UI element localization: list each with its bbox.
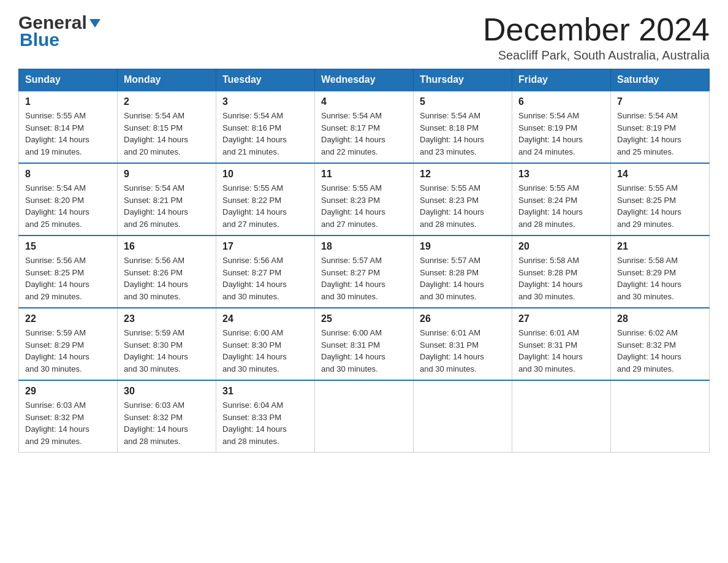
day-number: 22 xyxy=(25,313,111,324)
table-row: 11 Sunrise: 5:55 AM Sunset: 8:23 PM Dayl… xyxy=(315,163,414,236)
table-row: 3 Sunrise: 5:54 AM Sunset: 8:16 PM Dayli… xyxy=(216,91,315,163)
day-info: Sunrise: 5:55 AM Sunset: 8:25 PM Dayligh… xyxy=(617,182,703,230)
day-info: Sunrise: 5:56 AM Sunset: 8:27 PM Dayligh… xyxy=(222,255,308,302)
day-number: 31 xyxy=(222,386,308,397)
day-info: Sunrise: 5:54 AM Sunset: 8:19 PM Dayligh… xyxy=(518,110,604,158)
day-info: Sunrise: 5:55 AM Sunset: 8:22 PM Dayligh… xyxy=(222,182,308,230)
day-number: 12 xyxy=(420,169,506,180)
table-row: 7 Sunrise: 5:54 AM Sunset: 8:19 PM Dayli… xyxy=(611,91,710,163)
day-info: Sunrise: 5:56 AM Sunset: 8:25 PM Dayligh… xyxy=(25,255,111,302)
day-info: Sunrise: 5:58 AM Sunset: 8:28 PM Dayligh… xyxy=(518,255,604,302)
table-row: 16 Sunrise: 5:56 AM Sunset: 8:26 PM Dayl… xyxy=(118,236,216,308)
page-header: General Blue December 2024 Seacliff Park… xyxy=(18,12,710,63)
day-number: 5 xyxy=(420,96,506,107)
logo: General Blue xyxy=(18,12,102,50)
day-info: Sunrise: 5:55 AM Sunset: 8:23 PM Dayligh… xyxy=(420,182,506,230)
col-sunday: Sunday xyxy=(19,69,118,91)
day-info: Sunrise: 6:01 AM Sunset: 8:31 PM Dayligh… xyxy=(420,327,506,375)
day-info: Sunrise: 6:00 AM Sunset: 8:31 PM Dayligh… xyxy=(321,327,407,375)
table-row: 18 Sunrise: 5:57 AM Sunset: 8:27 PM Dayl… xyxy=(315,236,414,308)
day-number: 21 xyxy=(617,241,703,252)
calendar-week-row: 1 Sunrise: 5:55 AM Sunset: 8:14 PM Dayli… xyxy=(19,91,710,163)
table-row: 23 Sunrise: 5:59 AM Sunset: 8:30 PM Dayl… xyxy=(118,308,216,380)
table-row xyxy=(315,380,414,453)
table-row: 1 Sunrise: 5:55 AM Sunset: 8:14 PM Dayli… xyxy=(19,91,118,163)
calendar-week-row: 8 Sunrise: 5:54 AM Sunset: 8:20 PM Dayli… xyxy=(19,163,710,236)
day-number: 10 xyxy=(222,169,308,180)
day-number: 3 xyxy=(222,96,308,107)
day-number: 7 xyxy=(617,96,703,107)
table-row xyxy=(512,380,611,453)
table-row: 20 Sunrise: 5:58 AM Sunset: 8:28 PM Dayl… xyxy=(512,236,611,308)
day-info: Sunrise: 6:03 AM Sunset: 8:32 PM Dayligh… xyxy=(124,399,210,447)
calendar-table: Sunday Monday Tuesday Wednesday Thursday… xyxy=(18,69,710,453)
day-number: 30 xyxy=(124,386,210,397)
svg-marker-0 xyxy=(89,19,100,28)
calendar-week-row: 15 Sunrise: 5:56 AM Sunset: 8:25 PM Dayl… xyxy=(19,236,710,308)
table-row: 21 Sunrise: 5:58 AM Sunset: 8:29 PM Dayl… xyxy=(611,236,710,308)
table-row: 8 Sunrise: 5:54 AM Sunset: 8:20 PM Dayli… xyxy=(19,163,118,236)
logo-blue-text: Blue xyxy=(20,29,59,50)
table-row: 28 Sunrise: 6:02 AM Sunset: 8:32 PM Dayl… xyxy=(611,308,710,380)
col-tuesday: Tuesday xyxy=(216,69,315,91)
day-info: Sunrise: 5:59 AM Sunset: 8:30 PM Dayligh… xyxy=(124,327,210,375)
day-number: 24 xyxy=(222,313,308,324)
day-info: Sunrise: 6:04 AM Sunset: 8:33 PM Dayligh… xyxy=(222,399,308,447)
day-info: Sunrise: 6:00 AM Sunset: 8:30 PM Dayligh… xyxy=(222,327,308,375)
table-row: 10 Sunrise: 5:55 AM Sunset: 8:22 PM Dayl… xyxy=(216,163,315,236)
day-info: Sunrise: 5:54 AM Sunset: 8:17 PM Dayligh… xyxy=(321,110,407,158)
day-number: 20 xyxy=(518,241,604,252)
table-row: 12 Sunrise: 5:55 AM Sunset: 8:23 PM Dayl… xyxy=(414,163,512,236)
day-number: 23 xyxy=(124,313,210,324)
day-number: 17 xyxy=(222,241,308,252)
table-row: 26 Sunrise: 6:01 AM Sunset: 8:31 PM Dayl… xyxy=(414,308,512,380)
day-info: Sunrise: 5:54 AM Sunset: 8:20 PM Dayligh… xyxy=(25,182,111,230)
day-info: Sunrise: 5:54 AM Sunset: 8:19 PM Dayligh… xyxy=(617,110,703,158)
day-number: 14 xyxy=(617,169,703,180)
col-friday: Friday xyxy=(512,69,611,91)
table-row: 25 Sunrise: 6:00 AM Sunset: 8:31 PM Dayl… xyxy=(315,308,414,380)
calendar-header-row: Sunday Monday Tuesday Wednesday Thursday… xyxy=(19,69,710,91)
table-row: 17 Sunrise: 5:56 AM Sunset: 8:27 PM Dayl… xyxy=(216,236,315,308)
day-info: Sunrise: 5:55 AM Sunset: 8:14 PM Dayligh… xyxy=(25,110,111,158)
day-number: 1 xyxy=(25,96,111,107)
day-number: 25 xyxy=(321,313,407,324)
table-row: 22 Sunrise: 5:59 AM Sunset: 8:29 PM Dayl… xyxy=(19,308,118,380)
calendar-week-row: 29 Sunrise: 6:03 AM Sunset: 8:32 PM Dayl… xyxy=(19,380,710,453)
day-info: Sunrise: 5:54 AM Sunset: 8:21 PM Dayligh… xyxy=(124,182,210,230)
table-row: 4 Sunrise: 5:54 AM Sunset: 8:17 PM Dayli… xyxy=(315,91,414,163)
day-number: 15 xyxy=(25,241,111,252)
day-number: 6 xyxy=(518,96,604,107)
day-number: 2 xyxy=(124,96,210,107)
table-row: 9 Sunrise: 5:54 AM Sunset: 8:21 PM Dayli… xyxy=(118,163,216,236)
table-row: 27 Sunrise: 6:01 AM Sunset: 8:31 PM Dayl… xyxy=(512,308,611,380)
day-number: 28 xyxy=(617,313,703,324)
location-subtitle: Seacliff Park, South Australia, Australi… xyxy=(483,48,710,63)
col-wednesday: Wednesday xyxy=(315,69,414,91)
day-number: 9 xyxy=(124,169,210,180)
table-row: 30 Sunrise: 6:03 AM Sunset: 8:32 PM Dayl… xyxy=(118,380,216,453)
day-number: 27 xyxy=(518,313,604,324)
day-info: Sunrise: 5:58 AM Sunset: 8:29 PM Dayligh… xyxy=(617,255,703,302)
table-row: 5 Sunrise: 5:54 AM Sunset: 8:18 PM Dayli… xyxy=(414,91,512,163)
table-row xyxy=(611,380,710,453)
day-info: Sunrise: 5:56 AM Sunset: 8:26 PM Dayligh… xyxy=(124,255,210,302)
day-number: 16 xyxy=(124,241,210,252)
day-number: 19 xyxy=(420,241,506,252)
col-saturday: Saturday xyxy=(611,69,710,91)
table-row: 13 Sunrise: 5:55 AM Sunset: 8:24 PM Dayl… xyxy=(512,163,611,236)
day-info: Sunrise: 6:02 AM Sunset: 8:32 PM Dayligh… xyxy=(617,327,703,375)
table-row: 6 Sunrise: 5:54 AM Sunset: 8:19 PM Dayli… xyxy=(512,91,611,163)
day-info: Sunrise: 5:54 AM Sunset: 8:16 PM Dayligh… xyxy=(222,110,308,158)
table-row: 15 Sunrise: 5:56 AM Sunset: 8:25 PM Dayl… xyxy=(19,236,118,308)
day-number: 29 xyxy=(25,386,111,397)
day-info: Sunrise: 5:55 AM Sunset: 8:24 PM Dayligh… xyxy=(518,182,604,230)
table-row: 29 Sunrise: 6:03 AM Sunset: 8:32 PM Dayl… xyxy=(19,380,118,453)
day-number: 26 xyxy=(420,313,506,324)
col-thursday: Thursday xyxy=(414,69,512,91)
day-info: Sunrise: 5:57 AM Sunset: 8:28 PM Dayligh… xyxy=(420,255,506,302)
col-monday: Monday xyxy=(118,69,216,91)
day-info: Sunrise: 5:54 AM Sunset: 8:15 PM Dayligh… xyxy=(124,110,210,158)
day-number: 13 xyxy=(518,169,604,180)
day-info: Sunrise: 5:57 AM Sunset: 8:27 PM Dayligh… xyxy=(321,255,407,302)
